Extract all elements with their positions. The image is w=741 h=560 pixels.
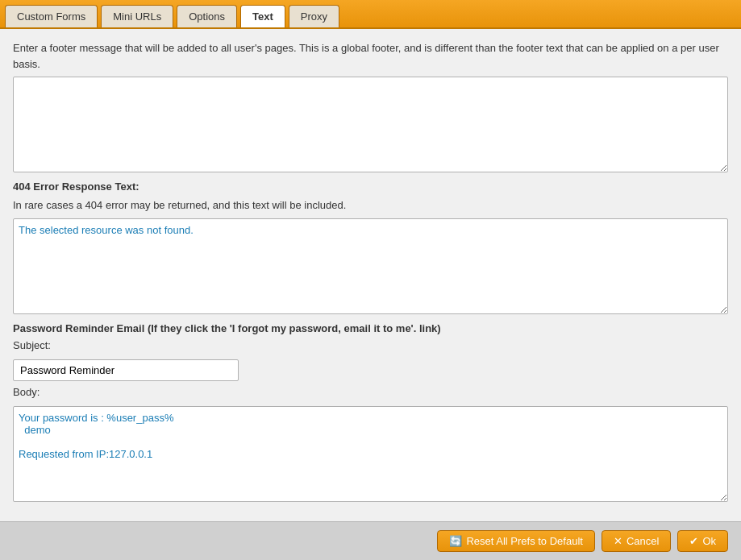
tab-proxy[interactable]: Proxy <box>289 5 339 27</box>
footer-bar: 🔄 Reset All Prefs to Default ✕ Cancel ✔ … <box>0 521 741 560</box>
tab-mini-urls[interactable]: Mini URLs <box>101 5 173 27</box>
ok-label: Ok <box>702 535 716 547</box>
tab-custom-forms[interactable]: Custom Forms <box>5 5 98 27</box>
footer-section: Enter a footer message that will be adde… <box>13 40 728 172</box>
footer-description: Enter a footer message that will be adde… <box>13 40 728 72</box>
error-description: In rare cases a 404 error may be returne… <box>13 197 728 214</box>
content-area: Enter a footer message that will be adde… <box>0 29 741 521</box>
subject-label: Subject: <box>13 339 728 351</box>
password-section-label: Password Reminder Email (If they click t… <box>13 322 728 334</box>
tab-text[interactable]: Text <box>240 5 285 27</box>
error-section-label: 404 Error Response Text: <box>13 180 728 193</box>
ok-button[interactable]: ✔ Ok <box>677 530 728 552</box>
tab-options[interactable]: Options <box>177 5 237 27</box>
reset-icon: 🔄 <box>449 535 462 547</box>
password-section: Password Reminder Email (If they click t… <box>13 322 728 502</box>
ok-icon: ✔ <box>689 535 698 547</box>
cancel-button[interactable]: ✕ Cancel <box>602 530 671 552</box>
body-textarea[interactable] <box>13 406 728 502</box>
error-textarea[interactable] <box>13 218 728 314</box>
body-label: Body: <box>13 386 728 398</box>
footer-textarea[interactable] <box>13 77 728 172</box>
tab-bar: Custom Forms Mini URLs Options Text Prox… <box>0 0 741 29</box>
cancel-icon: ✕ <box>614 535 622 547</box>
reset-label: Reset All Prefs to Default <box>466 535 583 547</box>
subject-input[interactable] <box>13 359 239 381</box>
error-section: 404 Error Response Text: In rare cases a… <box>13 180 728 314</box>
cancel-label: Cancel <box>627 535 659 547</box>
reset-button[interactable]: 🔄 Reset All Prefs to Default <box>437 530 595 552</box>
